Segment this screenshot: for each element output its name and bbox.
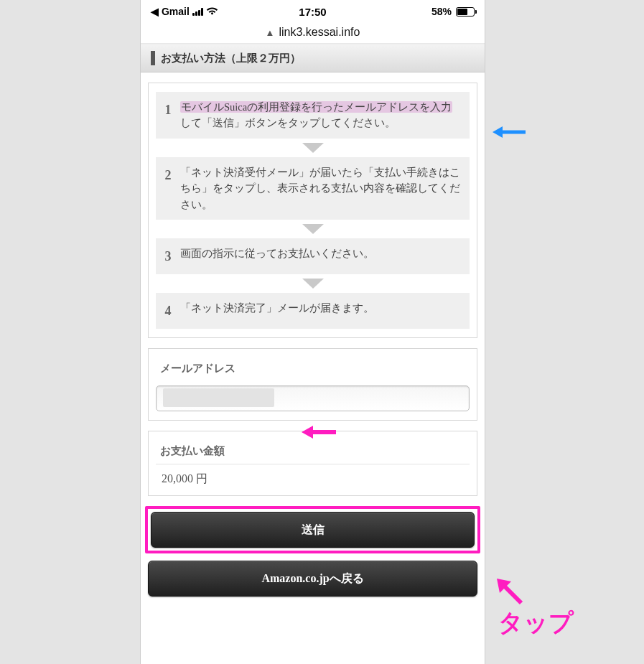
annotation-arrow-blue bbox=[493, 122, 527, 145]
url-text: link3.kessai.info bbox=[279, 26, 360, 39]
cellular-icon bbox=[192, 8, 203, 16]
battery-text: 58% bbox=[431, 6, 452, 17]
section-title: お支払い方法（上限２万円） bbox=[161, 52, 301, 65]
url-bar[interactable]: ▲ link3.kessai.info bbox=[141, 22, 485, 44]
svg-marker-2 bbox=[302, 279, 324, 289]
annotation-tap: タップ bbox=[493, 574, 527, 612]
section-header-payment-method: お支払い方法（上限２万円） bbox=[141, 44, 485, 73]
submit-button[interactable]: 送信 bbox=[151, 512, 475, 548]
step-3: 3 画面の指示に従ってお支払いください。 bbox=[156, 238, 470, 274]
step-arrow-icon bbox=[156, 139, 470, 157]
back-to-app[interactable]: ◀ Gmail bbox=[151, 6, 190, 17]
steps-card: 1 モバイルSuicaの利用登録を行ったメールアドレスを入力して「送信」ボタンを… bbox=[148, 83, 477, 338]
email-input[interactable] bbox=[156, 385, 470, 411]
wifi-icon bbox=[206, 6, 218, 17]
annotation-tap-label: タップ bbox=[498, 607, 574, 640]
amount-value: 20,000 円 bbox=[156, 464, 470, 490]
step-4: 4 「ネット決済完了」メールが届きます。 bbox=[156, 293, 470, 329]
step-arrow-icon bbox=[156, 274, 470, 293]
step-2: 2 「ネット決済受付メール」が届いたら「支払い手続きはこちら」をタップし、表示さ… bbox=[156, 157, 470, 220]
email-card: メールアドレス bbox=[148, 348, 477, 421]
annotation-arrow-pink-input bbox=[302, 422, 337, 445]
annotation-highlight-box: 送信 bbox=[145, 506, 480, 553]
svg-marker-4 bbox=[493, 126, 503, 138]
step-arrow-icon bbox=[156, 220, 470, 238]
svg-marker-1 bbox=[302, 224, 324, 234]
battery-icon bbox=[456, 7, 475, 17]
svg-marker-0 bbox=[302, 143, 324, 153]
phone-frame: ◀ Gmail 17:50 58% ▲ link3.kessai.info お支… bbox=[141, 0, 485, 664]
insecure-icon: ▲ bbox=[266, 27, 275, 38]
step-1: 1 モバイルSuicaの利用登録を行ったメールアドレスを入力して「送信」ボタンを… bbox=[156, 92, 470, 139]
status-bar: ◀ Gmail 17:50 58% bbox=[141, 0, 485, 22]
back-to-amazon-button[interactable]: Amazon.co.jpへ戻る bbox=[148, 561, 477, 597]
svg-marker-6 bbox=[302, 426, 313, 439]
email-label: メールアドレス bbox=[156, 357, 470, 385]
